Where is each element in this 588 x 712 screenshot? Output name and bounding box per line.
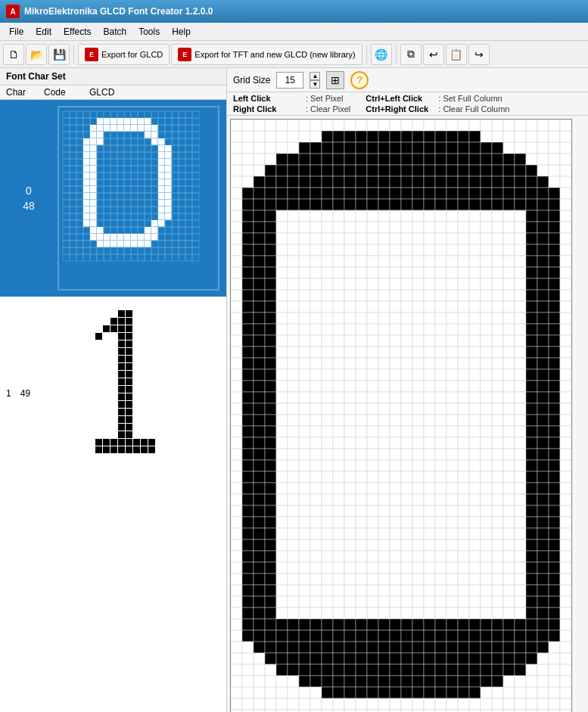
char-0-value: 0 bbox=[26, 185, 32, 197]
char-0-labels: 0 48 bbox=[6, 185, 51, 212]
export-tft-label: Export for TFT and new GLCD (new library… bbox=[194, 50, 355, 59]
menu-batch[interactable]: Batch bbox=[98, 25, 133, 39]
pixel-grid[interactable] bbox=[230, 119, 572, 712]
left-click-label: Left Click bbox=[233, 94, 301, 103]
grid-controls: Grid Size ▲ ▼ ⊞ ? bbox=[227, 68, 588, 92]
col-glcd-header: GLCD bbox=[89, 87, 220, 98]
menu-help[interactable]: Help bbox=[166, 25, 197, 39]
export-glcd-icon: E bbox=[85, 48, 98, 61]
menu-bar: File Edit Effects Batch Tools Help bbox=[0, 23, 588, 41]
left-panel: Font Char Set Char Code GLCD 0 48 1 49 bbox=[0, 68, 227, 712]
toolbar-copy-btn[interactable]: ⧉ bbox=[400, 44, 422, 65]
menu-tools[interactable]: Tools bbox=[132, 25, 166, 39]
right-panel: Grid Size ▲ ▼ ⊞ ? Left Click : Set Pixel… bbox=[227, 68, 588, 712]
toolbar-save-btn[interactable]: 💾 bbox=[48, 44, 70, 65]
right-click-label: Right Click bbox=[233, 104, 301, 113]
grid-size-up-btn[interactable]: ▲ bbox=[310, 72, 320, 80]
panel-header: Font Char Set bbox=[0, 68, 226, 86]
grid-size-label: Grid Size bbox=[233, 75, 270, 86]
toolbar-redo-btn[interactable]: ↪ bbox=[468, 44, 490, 65]
export-glcd-label: Export for GLCD bbox=[101, 50, 163, 59]
menu-effects[interactable]: Effects bbox=[58, 25, 97, 39]
col-char-header: Char bbox=[6, 87, 44, 98]
left-click-action: : Set Pixel bbox=[306, 94, 344, 103]
toolbar-globe-btn[interactable]: 🌐 bbox=[371, 44, 392, 65]
char-item-1[interactable]: 1 49 bbox=[0, 297, 226, 490]
ctrl-right-action: : Clear Full Column bbox=[438, 104, 509, 113]
main-content: Font Char Set Char Code GLCD 0 48 1 49 bbox=[0, 68, 588, 712]
char-item-0[interactable]: 0 48 bbox=[0, 100, 226, 297]
ctrl-left-action: : Set Full Column bbox=[438, 94, 502, 103]
instructions: Left Click : Set Pixel Right Click : Cle… bbox=[227, 92, 588, 116]
grid-size-down-btn[interactable]: ▼ bbox=[310, 80, 320, 89]
toolbar-sep-2 bbox=[366, 45, 367, 64]
ctrl-click-group: Ctrl+Left Click : Set Full Column Ctrl+R… bbox=[366, 94, 509, 113]
toolbar-new-btn[interactable]: 🗋 bbox=[3, 44, 24, 65]
char-1-code: 49 bbox=[20, 388, 30, 399]
ctrl-left-label: Ctrl+Left Click bbox=[366, 94, 434, 103]
char-1-labels: 1 49 bbox=[6, 388, 67, 399]
char-1-value: 1 bbox=[6, 388, 11, 399]
char-0-preview bbox=[58, 106, 219, 291]
right-click-action: : Clear Pixel bbox=[306, 104, 350, 113]
toolbar-undo-btn[interactable]: ↩ bbox=[423, 44, 444, 65]
menu-edit[interactable]: Edit bbox=[30, 25, 58, 39]
app-title: MikroElektronika GLCD Font Creator 1.2.0… bbox=[24, 6, 213, 17]
col-headers: Char Code GLCD bbox=[0, 86, 226, 100]
left-click-group: Left Click : Set Pixel Right Click : Cle… bbox=[233, 94, 350, 113]
help-btn[interactable]: ? bbox=[350, 71, 369, 89]
menu-file[interactable]: File bbox=[3, 25, 30, 39]
toolbar-open-btn[interactable]: 📂 bbox=[26, 44, 47, 65]
col-code-header: Code bbox=[44, 87, 89, 98]
toolbar-export-glcd-btn[interactable]: E Export for GLCD bbox=[78, 44, 170, 65]
toolbar-sep-1 bbox=[73, 45, 74, 64]
char-1-preview bbox=[73, 303, 209, 484]
grid-size-input[interactable] bbox=[276, 72, 303, 89]
export-tft-icon: E bbox=[178, 48, 191, 61]
ctrl-right-label: Ctrl+Right Click bbox=[366, 104, 434, 113]
toolbar-sep-3 bbox=[396, 45, 397, 64]
title-bar: A MikroElektronika GLCD Font Creator 1.2… bbox=[0, 0, 588, 23]
grid-toggle-btn[interactable]: ⊞ bbox=[326, 71, 344, 89]
grid-container[interactable] bbox=[227, 116, 588, 712]
app-icon: A bbox=[6, 5, 20, 18]
toolbar-paste-btn[interactable]: 📋 bbox=[446, 44, 467, 65]
toolbar-export-tft-btn[interactable]: E Export for TFT and new GLCD (new libra… bbox=[171, 44, 362, 65]
toolbar: 🗋 📂 💾 E Export for GLCD E Export for TFT… bbox=[0, 41, 588, 68]
char-0-code: 48 bbox=[23, 200, 35, 212]
